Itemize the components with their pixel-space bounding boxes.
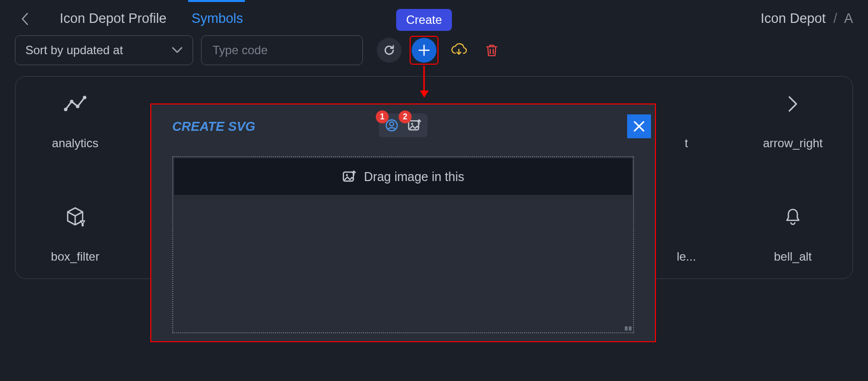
symbol-item-analytics[interactable]: analytics [52, 92, 98, 150]
annotation-badge-2: 2 [399, 110, 412, 123]
sort-select[interactable]: Sort by updated at [15, 35, 193, 65]
image-dropzone[interactable]: Drag image in this ▗▗ [172, 156, 634, 333]
symbol-item-bell-alt[interactable]: bell_alt [774, 205, 812, 264]
symbol-item-partial[interactable]: le... [677, 205, 696, 264]
annotation-badge-1: 1 [376, 110, 389, 123]
create-svg-modal: CREATE SVG 1 2 Drag image in this ▗▗ [150, 103, 656, 342]
refresh-icon [382, 43, 396, 57]
symbol-label: le... [677, 250, 696, 264]
sort-select-label: Sort by updated at [25, 43, 123, 57]
svg-point-2 [76, 105, 80, 108]
svg-point-7 [411, 123, 413, 125]
grid-column: t le... [671, 92, 701, 264]
modal-header: CREATE SVG 1 2 [151, 104, 655, 147]
svg-point-9 [346, 174, 348, 176]
breadcrumb: Icon Depot / A [760, 11, 853, 26]
svg-point-5 [390, 122, 394, 126]
analytics-icon [64, 92, 87, 116]
tab-symbols[interactable]: Symbols [192, 11, 243, 26]
dropzone-label: Drag image in this [364, 170, 464, 184]
close-icon [633, 120, 646, 133]
svg-point-1 [70, 100, 74, 103]
modal-mode-toggle: 1 2 [379, 113, 428, 137]
delete-button[interactable] [479, 38, 504, 63]
symbol-item-box-filter[interactable]: box_filter [51, 205, 99, 264]
create-button-wrapper: Create [410, 36, 438, 65]
code-input[interactable] [201, 35, 363, 65]
symbol-item-partial[interactable]: t [685, 92, 688, 150]
trash-icon [485, 43, 499, 58]
plus-icon [418, 44, 431, 57]
cloud-download-icon [450, 43, 467, 57]
box-filter-icon [64, 205, 87, 230]
svg-point-0 [64, 108, 68, 111]
annotation-highlight [410, 36, 438, 65]
dropzone-hint: Drag image in this [174, 158, 632, 195]
create-tooltip: Create [396, 9, 452, 31]
toggle-user-mode[interactable]: 1 [383, 116, 401, 134]
chevron-down-icon [172, 47, 183, 54]
symbol-label: analytics [52, 136, 98, 150]
svg-point-3 [83, 96, 87, 99]
arrow-right-icon [785, 92, 800, 116]
symbol-label: t [685, 136, 688, 150]
refresh-button[interactable] [377, 38, 402, 63]
resize-handle[interactable]: ▗▗ [622, 322, 630, 330]
chevron-left-icon [21, 12, 29, 25]
active-tab-indicator [188, 0, 245, 2]
breadcrumb-root[interactable]: Icon Depot [760, 11, 826, 26]
modal-title: CREATE SVG [172, 119, 255, 134]
annotation-arrow [424, 66, 425, 96]
toolbar: Sort by updated at Create [0, 35, 868, 65]
modal-close-button[interactable] [627, 114, 651, 138]
toggle-image-mode[interactable]: 2 [406, 116, 424, 134]
breadcrumb-separator: / [833, 11, 837, 26]
grid-column: analytics box_filter [25, 92, 125, 264]
symbol-label: box_filter [51, 250, 99, 264]
create-button[interactable] [412, 38, 436, 63]
download-button[interactable] [446, 38, 471, 63]
breadcrumb-current: A [844, 11, 853, 26]
back-button[interactable] [15, 12, 35, 25]
symbol-label: bell_alt [774, 250, 812, 264]
bell-alt-icon [784, 205, 802, 230]
tab-icon-depot-profile[interactable]: Icon Depot Profile [60, 11, 167, 26]
image-upload-icon [342, 170, 357, 184]
grid-column: arrow_right bell_alt [743, 92, 843, 264]
symbol-item-arrow-right[interactable]: arrow_right [763, 92, 823, 150]
symbol-label: arrow_right [763, 136, 823, 150]
